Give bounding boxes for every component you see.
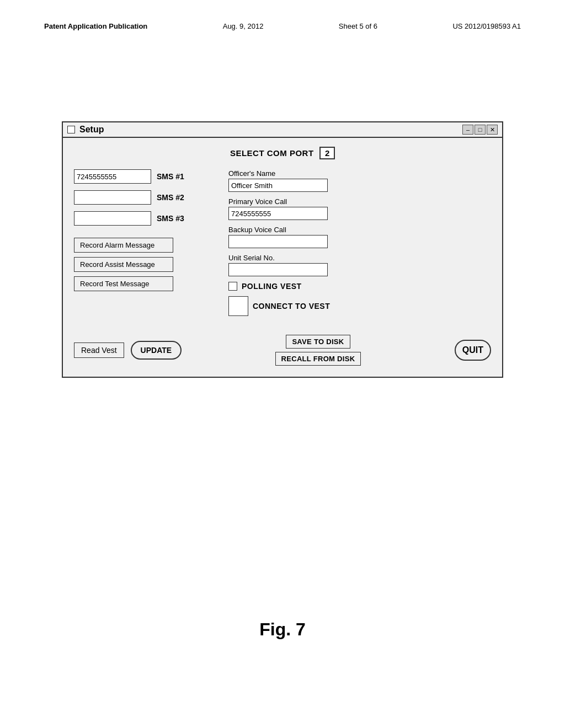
window-title: Setup bbox=[79, 125, 104, 135]
sms1-input[interactable] bbox=[74, 169, 151, 184]
fig-label: Fig. 7 bbox=[259, 619, 306, 640]
sms-row-1: SMS #1 bbox=[74, 169, 217, 184]
sms2-label: SMS #2 bbox=[157, 193, 187, 202]
window-content: SELECT COM PORT 2 SMS #1 SMS #2 SMS #3 bbox=[63, 138, 502, 377]
backup-voice-input[interactable] bbox=[228, 235, 328, 248]
patent-sheet: Sheet 5 of 6 bbox=[339, 22, 377, 30]
left-column: SMS #1 SMS #2 SMS #3 Record Alarm Messag… bbox=[74, 169, 217, 316]
titlebar-left: Setup bbox=[67, 125, 104, 135]
backup-voice-label: Backup Voice Call bbox=[228, 226, 491, 234]
officers-name-input[interactable] bbox=[228, 179, 328, 192]
unit-serial-input[interactable] bbox=[228, 263, 328, 276]
recall-from-disk-button[interactable]: RECALL FROM DISK bbox=[275, 352, 361, 366]
connect-vest-row: CONNECT TO VEST bbox=[228, 296, 491, 316]
connect-vest-label: CONNECT TO VEST bbox=[253, 302, 330, 311]
officers-name-label: Officer's Name bbox=[228, 169, 491, 178]
record-test-button[interactable]: Record Test Message bbox=[74, 276, 173, 291]
sms3-input[interactable] bbox=[74, 211, 151, 226]
right-column: Officer's Name Primary Voice Call Backup… bbox=[228, 169, 491, 316]
sms1-label: SMS #1 bbox=[157, 172, 187, 181]
sms3-label: SMS #3 bbox=[157, 214, 187, 223]
restore-button[interactable]: □ bbox=[475, 125, 486, 135]
close-button[interactable]: ✕ bbox=[487, 125, 498, 135]
com-port-value[interactable]: 2 bbox=[319, 147, 335, 159]
setup-window: Setup – □ ✕ SELECT COM PORT 2 SMS #1 bbox=[62, 121, 503, 378]
bottom-center: SAVE TO DISK RECALL FROM DISK bbox=[275, 335, 361, 366]
polling-vest-row: POLLING VEST bbox=[228, 282, 491, 291]
record-alarm-button[interactable]: Record Alarm Message bbox=[74, 238, 173, 253]
polling-vest-checkbox[interactable] bbox=[228, 282, 237, 291]
titlebar-controls: – □ ✕ bbox=[462, 125, 498, 135]
patent-date: Aug. 9, 2012 bbox=[223, 22, 264, 30]
primary-voice-label: Primary Voice Call bbox=[228, 197, 491, 206]
window-titlebar: Setup – □ ✕ bbox=[63, 122, 502, 138]
officers-name-group: Officer's Name bbox=[228, 169, 491, 192]
quit-button[interactable]: QUIT bbox=[455, 340, 491, 361]
record-assist-button[interactable]: Record Assist Message bbox=[74, 257, 173, 272]
primary-voice-group: Primary Voice Call bbox=[228, 197, 491, 220]
sms-row-2: SMS #2 bbox=[74, 190, 217, 205]
minimize-button[interactable]: – bbox=[462, 125, 473, 135]
update-button[interactable]: UPDATE bbox=[131, 341, 182, 360]
sms-row-3: SMS #3 bbox=[74, 211, 217, 226]
read-vest-button[interactable]: Read Vest bbox=[74, 342, 124, 358]
com-port-row: SELECT COM PORT 2 bbox=[74, 147, 491, 159]
main-body: SMS #1 SMS #2 SMS #3 Record Alarm Messag… bbox=[74, 169, 491, 316]
com-port-label: SELECT COM PORT bbox=[230, 148, 314, 158]
polling-vest-label: POLLING VEST bbox=[242, 282, 302, 291]
record-buttons: Record Alarm Message Record Assist Messa… bbox=[74, 238, 217, 291]
patent-header: Patent Application Publication Aug. 9, 2… bbox=[0, 22, 565, 30]
save-to-disk-button[interactable]: SAVE TO DISK bbox=[286, 335, 350, 349]
bottom-left: Read Vest UPDATE bbox=[74, 341, 182, 360]
backup-voice-group: Backup Voice Call bbox=[228, 226, 491, 248]
bottom-row: Read Vest UPDATE SAVE TO DISK RECALL FRO… bbox=[74, 329, 491, 366]
sms2-input[interactable] bbox=[74, 190, 151, 205]
unit-serial-label: Unit Serial No. bbox=[228, 254, 491, 262]
patent-number: US 2012/0198593 A1 bbox=[452, 22, 521, 30]
connect-vest-box[interactable] bbox=[228, 296, 248, 316]
unit-serial-group: Unit Serial No. bbox=[228, 254, 491, 276]
titlebar-checkbox[interactable] bbox=[67, 126, 75, 133]
patent-pub-label: Patent Application Publication bbox=[44, 22, 147, 30]
primary-voice-input[interactable] bbox=[228, 207, 328, 220]
